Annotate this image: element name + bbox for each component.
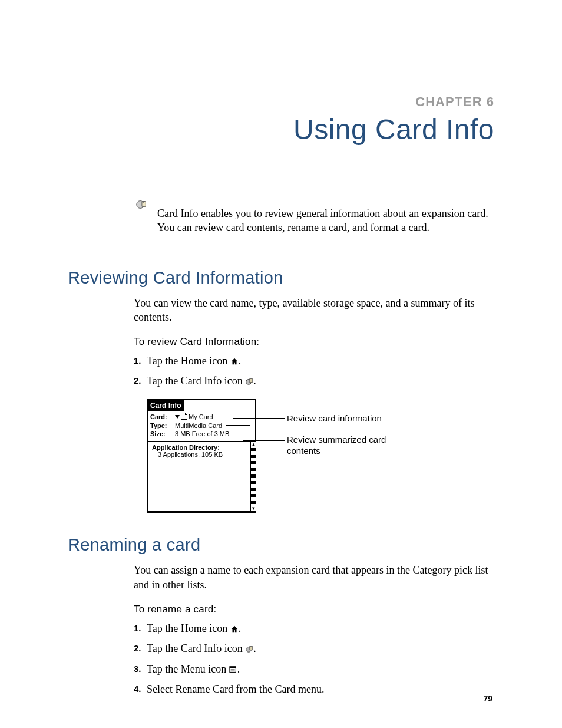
- step-text: .: [237, 663, 240, 675]
- svg-rect-4: [250, 379, 252, 383]
- step: Tap the Menu icon .: [134, 662, 494, 676]
- body-text: You can assign a name to each expansion …: [134, 563, 494, 592]
- home-icon: [230, 622, 239, 631]
- step-text: Tap the Card Info icon: [147, 643, 245, 654]
- step-text: Tap the Home icon: [147, 355, 230, 367]
- step: Tap the Home icon .: [134, 621, 494, 635]
- procedure-label: To rename a card:: [134, 604, 494, 615]
- card-app-icon: [134, 198, 149, 213]
- field-label: Card:: [150, 413, 173, 421]
- screenshot-figure: Card Info Card: My Card Type: MultiMedia…: [147, 399, 494, 513]
- step: Select Rename Card from the Card menu.: [134, 682, 494, 696]
- field-value: 3 MB Free of 3 MB: [175, 430, 229, 439]
- step-text: .: [239, 622, 242, 634]
- section-heading-renaming: Renaming a card: [68, 535, 494, 555]
- step-text: Tap the Home icon: [147, 622, 230, 634]
- card-info-icon: [245, 375, 253, 383]
- body-text: You can view the card name, type, availa…: [134, 296, 494, 325]
- step-text: .: [239, 355, 242, 367]
- scroll-up-icon: ▲: [251, 442, 256, 447]
- svg-rect-2: [143, 202, 144, 203]
- step: Tap the Card Info icon .: [134, 374, 494, 388]
- intro-text: Card Info enables you to review general …: [157, 206, 494, 235]
- field-label: Size:: [150, 430, 173, 439]
- callout-text: Review summarized card contents: [287, 434, 393, 457]
- intro-row: Card Info enables you to review general …: [68, 196, 494, 246]
- step: Tap the Card Info icon .: [134, 641, 494, 655]
- palm-screen: Card Info Card: My Card Type: MultiMedia…: [147, 399, 256, 513]
- field-value: My Card: [175, 413, 213, 421]
- step-text: Tap the Menu icon: [147, 663, 229, 675]
- svg-rect-8: [230, 666, 236, 668]
- directory-box: Application Directory: 3 Applications, 1…: [148, 441, 255, 512]
- procedure-steps: Tap the Home icon . Tap the Card Info ic…: [134, 621, 494, 696]
- card-info-icon: [245, 643, 253, 651]
- step-text: .: [253, 375, 256, 387]
- callout-text: Review card information: [287, 413, 382, 424]
- chapter-title: Using Card Info: [68, 113, 494, 146]
- directory-header: Application Directory:: [152, 444, 252, 451]
- section-heading-reviewing: Reviewing Card Information: [68, 268, 494, 288]
- field-value: MultiMedia Card: [175, 421, 222, 430]
- home-icon: [230, 355, 239, 363]
- page-number: 79: [483, 694, 492, 703]
- scrollbar: ▲ ▾: [250, 442, 256, 511]
- directory-line: 3 Applications, 105 KB: [158, 451, 252, 458]
- footer-rule: [68, 690, 494, 690]
- procedure-label: To review Card Information:: [134, 336, 494, 348]
- svg-rect-6: [250, 647, 252, 650]
- procedure-steps: Tap the Home icon . Tap the Card Info ic…: [134, 354, 494, 388]
- step-text: Tap the Card Info icon: [147, 375, 245, 387]
- field-label: Type:: [150, 421, 173, 430]
- chapter-label: CHAPTER 6: [68, 94, 494, 110]
- step-text: Select Rename Card from the Card menu.: [147, 683, 324, 695]
- step: Tap the Home icon .: [134, 354, 494, 368]
- screenshot-title: Card Info: [148, 400, 184, 411]
- step-text: .: [253, 643, 256, 654]
- page: CHAPTER 6 Using Card Info Card Info enab…: [0, 0, 562, 728]
- menu-icon: [229, 663, 237, 671]
- scroll-down-icon: ▾: [251, 505, 256, 511]
